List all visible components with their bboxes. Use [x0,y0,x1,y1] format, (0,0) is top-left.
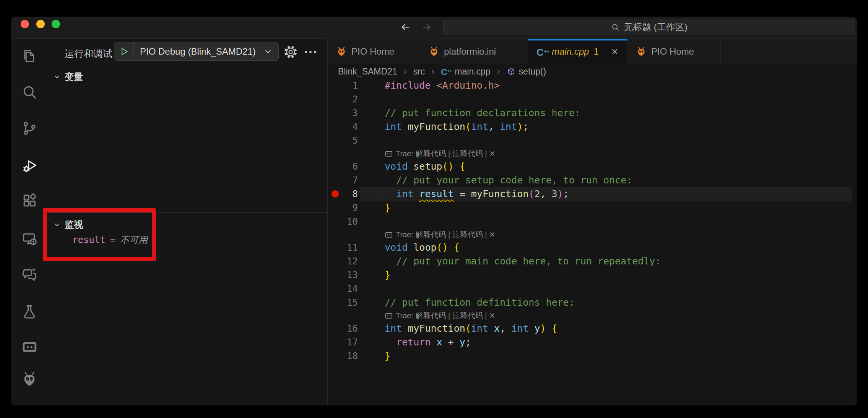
code-line-14[interactable]: 14 [328,282,857,296]
line-number: 14 [328,282,358,296]
forward-arrow-icon[interactable] [421,21,432,33]
tab-main-cpp[interactable]: C++main.cpp1 [528,39,627,64]
breadcrumb-label: src [413,66,425,77]
files-icon[interactable] [21,47,38,64]
trae-lens-icon [385,312,393,320]
indent-guide [382,173,382,187]
code-line-7[interactable]: 7 // put your setup code here, to run on… [328,173,857,187]
debug-config-dropdown[interactable]: PIO Debug (Blink_SAMD21) [114,42,279,61]
debug-icon[interactable] [21,157,38,174]
gear-icon[interactable] [283,44,298,60]
code-line-15[interactable]: 15// put function definitions here: [328,296,857,309]
trae-lens-icon [385,150,393,158]
tab-label: PIO Home [651,46,694,57]
code-text: void setup() { [385,160,465,173]
symbol-method-icon [507,67,516,76]
code-line-5[interactable]: 5 [328,134,857,147]
app-window: 无标题 (工作区) 运行和调试 PIO Debug (Blink_SAMD21) [11,16,857,406]
line-number: 17 [328,335,358,349]
code-lens-row: Trae: 解释代码 | 注释代码 | ✕ [328,228,857,241]
source-control-icon[interactable] [21,120,38,137]
indent-guide [382,335,382,349]
code-lens-row: Trae: 解释代码 | 注释代码 | ✕ [328,309,857,322]
code-lens-row: Trae: 解释代码 | 注释代码 | ✕ [328,147,857,160]
code-line-10[interactable]: 10 [328,215,857,228]
code-line-11[interactable]: 11void loop() { [328,241,857,254]
code-lens[interactable]: Trae: 解释代码 | 注释代码 | ✕ [385,310,496,321]
trae-lens-icon [385,231,393,239]
chat-sparkle-icon[interactable] [21,266,38,283]
back-arrow-icon[interactable] [400,21,411,33]
code-line-16[interactable]: 16int myFunction(int x, int y) { [328,322,857,335]
line-number: 7 [328,173,358,187]
code-line-2[interactable]: 2 [328,92,857,106]
code-lens-text: Trae: 解释代码 | 注释代码 | ✕ [396,311,496,321]
remote-icon[interactable] [21,230,38,247]
more-actions-icon[interactable] [303,44,318,60]
line-number: 5 [328,134,358,147]
line-number: 4 [328,120,358,134]
variables-section-header[interactable]: 变量 [48,70,327,83]
breadcrumb-item[interactable]: src [413,66,425,77]
code-line-1[interactable]: 1#include <Arduino.h> [328,79,857,92]
chevron-down-icon [53,220,61,229]
code-area[interactable]: 1#include <Arduino.h>23// put function d… [328,79,857,405]
run-and-debug-title: 运行和调试 [65,47,112,60]
variables-section-label: 变量 [65,71,83,83]
watch-item[interactable]: result = 不可用 [48,233,327,247]
line-number: 16 [328,322,358,335]
line-number: 8 [328,187,358,201]
chevron-down-icon[interactable] [263,47,273,57]
command-center-search[interactable]: 无标题 (工作区) [443,19,855,35]
code-text: void loop() { [385,241,460,254]
breadcrumb-item[interactable]: C++main.cpp [441,66,490,77]
tab-label: main.cpp [552,46,589,57]
code-text: } [385,349,390,363]
code-line-6[interactable]: 6void setup() { [328,160,857,173]
close-icon[interactable] [610,47,619,56]
code-line-4[interactable]: 4int myFunction(int, int); [328,120,857,134]
line-number: 9 [328,201,358,215]
code-text: } [385,268,390,282]
tab-pio-home[interactable]: PIO Home [328,39,420,64]
platformio-icon [636,46,647,57]
code-line-17[interactable]: 17 return x + y; [328,335,857,349]
tab-pio-home[interactable]: PIO Home [627,39,721,64]
card-diamonds-icon[interactable] [21,338,38,355]
tab-platformio-ini[interactable]: platformio.ini [420,39,528,64]
cpp-icon: C++ [536,46,547,57]
code-lens[interactable]: Trae: 解释代码 | 注释代码 | ✕ [385,148,496,159]
platformio-icon[interactable] [21,371,38,387]
code-line-13[interactable]: 13} [328,268,857,282]
extensions-icon[interactable] [21,192,38,209]
start-debug-play-icon[interactable] [114,42,133,60]
activity-bar [11,39,48,405]
watch-equals: = [110,235,115,245]
code-line-18[interactable]: 18} [328,349,857,363]
code-text: } [385,201,390,215]
code-line-3[interactable]: 3// put function declarations here: [328,106,857,120]
line-number: 1 [328,79,358,92]
breadcrumb-item[interactable]: Blink_SAMD21 [338,66,397,77]
watch-section-header[interactable]: 监视 [48,218,327,231]
tab-label: platformio.ini [444,46,496,57]
code-text: // put function declarations here: [385,106,580,120]
code-text: return x + y; [385,335,471,349]
breadcrumb-label: Blink_SAMD21 [338,66,397,77]
platformio-icon [429,46,439,57]
tab-modified-badge: 1 [593,46,598,57]
titlebar: 无标题 (工作区) [11,17,857,39]
section-divider [48,212,327,213]
traffic-light-minimize[interactable] [36,20,45,28]
code-lens[interactable]: Trae: 解释代码 | 注释代码 | ✕ [385,229,496,240]
code-line-9[interactable]: 9} [328,201,857,215]
traffic-light-zoom[interactable] [52,20,60,28]
search-icon[interactable] [21,84,38,100]
chevron-right-icon [495,68,502,75]
traffic-light-close[interactable] [21,20,29,28]
breadcrumb-item[interactable]: setup() [507,66,546,77]
code-line-8[interactable]: 8 int result = myFunction(2, 3); [328,187,857,201]
code-text: #include <Arduino.h> [385,79,500,92]
flask-icon[interactable] [21,303,38,320]
code-line-12[interactable]: 12 // put your main code here, to run re… [328,254,857,268]
